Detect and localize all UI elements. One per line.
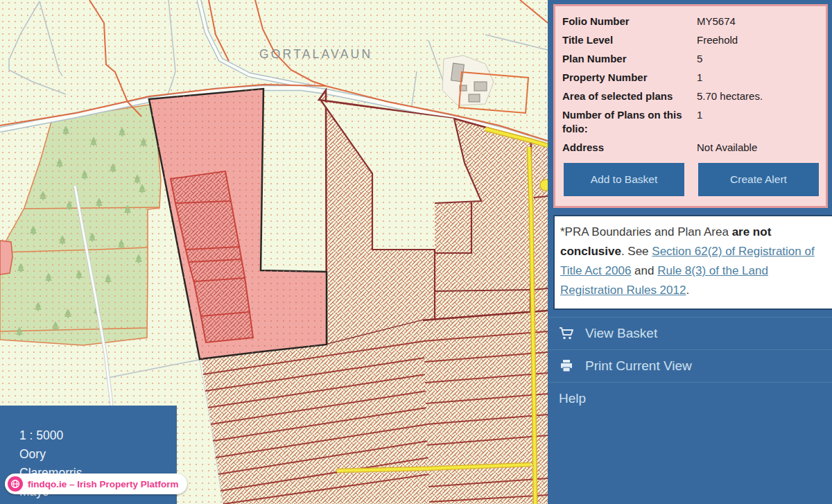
info-value: Not Available <box>697 141 820 155</box>
cart-icon <box>559 327 574 340</box>
info-value: MY5674 <box>697 15 820 28</box>
pink-patch-left <box>0 241 12 275</box>
attribution-badge[interactable]: findqo.ie – Irish Property Platform <box>5 473 187 494</box>
info-label: Address <box>562 141 695 155</box>
disclaimer-text: . <box>686 284 689 297</box>
info-row-title-level: Title Level Freehold <box>562 33 820 47</box>
pra-disclaimer: *PRA Boundaries and Plan Area are not co… <box>553 215 832 310</box>
info-label: Plan Number <box>562 52 695 66</box>
info-label: Property Number <box>562 71 695 85</box>
info-row-address: Address Not Available <box>562 141 820 155</box>
info-row-plan-count: Number of Plans on this folio: 1 <box>562 108 820 136</box>
info-label: Folio Number <box>562 15 695 28</box>
app-window: GORTALAVAUN 1 : 5000 Oory Claremorris Ma… <box>0 0 832 504</box>
east-parcel-sliver <box>532 142 548 312</box>
map-townland-label: GORTALAVAUN <box>259 47 372 61</box>
info-value: 5.70 hectares. <box>697 89 820 103</box>
printer-icon <box>559 359 574 373</box>
disclaimer-text: *PRA Boundaries and Plan Area <box>560 225 732 238</box>
info-row-folio-number: Folio Number MY5674 <box>562 15 820 28</box>
menu-item-label: Help <box>559 391 586 406</box>
info-row-plan-number: Plan Number 5 <box>562 52 820 66</box>
info-label: Area of selected plans <box>562 89 695 103</box>
info-value: Freehold <box>697 33 820 47</box>
sidebar-menu: View Basket Print Current View Help <box>548 317 832 415</box>
menu-item-label: View Basket <box>585 326 657 341</box>
add-to-basket-button[interactable]: Add to Basket <box>564 163 684 196</box>
info-row-area: Area of selected plans 5.70 hectares. <box>562 89 820 103</box>
info-value: 1 <box>697 108 820 136</box>
disclaimer-text: . See <box>621 245 652 258</box>
strip-fields-right <box>423 311 548 504</box>
view-basket-menu-item[interactable]: View Basket <box>548 317 832 349</box>
globe-icon <box>8 476 23 492</box>
townland-name: Oory <box>19 445 177 464</box>
menu-item-label: Print Current View <box>585 358 692 374</box>
scale-value: 1 : 5000 <box>19 426 177 445</box>
help-menu-item[interactable]: Help <box>548 382 832 415</box>
sidebar: Folio Number MY5674 Title Level Freehold… <box>548 0 832 504</box>
info-row-property-number: Property Number 1 <box>562 71 820 85</box>
print-current-view-menu-item[interactable]: Print Current View <box>548 349 832 382</box>
info-value: 1 <box>697 71 820 85</box>
attribution-text: findqo.ie – Irish Property Platform <box>28 479 179 489</box>
info-label: Number of Plans on this folio: <box>562 108 695 136</box>
info-label: Title Level <box>562 33 695 47</box>
folio-info-panel: Folio Number MY5674 Title Level Freehold… <box>553 4 828 208</box>
info-value: 5 <box>697 52 820 66</box>
create-alert-button[interactable]: Create Alert <box>698 163 819 196</box>
disclaimer-text: and <box>631 264 657 277</box>
